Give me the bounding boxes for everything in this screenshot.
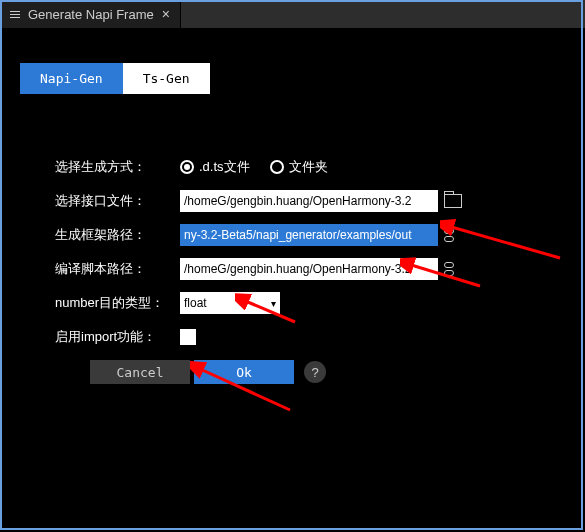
frame-path-input[interactable]: ny-3.2-Beta5/napi_generator/examples/out xyxy=(180,224,438,246)
tab-title: Generate Napi Frame xyxy=(28,7,154,22)
radio-label: 文件夹 xyxy=(289,158,328,176)
label-interface-file: 选择接口文件： xyxy=(55,192,180,210)
radio-group-gen-mode: .d.ts文件 文件夹 xyxy=(180,158,328,176)
label-gen-mode: 选择生成方式： xyxy=(55,158,180,176)
select-value: float xyxy=(184,296,207,310)
menu-icon xyxy=(10,11,20,18)
form: 选择生成方式： .d.ts文件 文件夹 选择接口文件： /homeG/gengb… xyxy=(55,154,585,384)
enable-import-checkbox[interactable] xyxy=(180,329,196,345)
radio-icon xyxy=(180,160,194,174)
folder-icon[interactable] xyxy=(444,194,462,208)
script-path-input[interactable]: /homeG/gengbin.huang/OpenHarmony-3.2 xyxy=(180,258,438,280)
radio-folder[interactable]: 文件夹 xyxy=(270,158,328,176)
link-icon[interactable] xyxy=(444,262,454,276)
number-type-select[interactable]: float ▾ xyxy=(180,292,280,314)
tab-bar: Generate Napi Frame × xyxy=(0,0,585,28)
tab-napi-gen[interactable]: Napi-Gen xyxy=(20,63,123,94)
chevron-down-icon: ▾ xyxy=(271,298,276,309)
help-button[interactable]: ? xyxy=(304,361,326,383)
mode-tabs: Napi-Gen Ts-Gen xyxy=(20,63,585,94)
close-icon[interactable]: × xyxy=(162,6,170,22)
ok-button[interactable]: Ok xyxy=(194,360,294,384)
label-enable-import: 启用import功能： xyxy=(55,328,180,346)
radio-dts-file[interactable]: .d.ts文件 xyxy=(180,158,250,176)
label-frame-path: 生成框架路径： xyxy=(55,226,180,244)
window-tab[interactable]: Generate Napi Frame × xyxy=(0,0,181,28)
radio-label: .d.ts文件 xyxy=(199,158,250,176)
tab-ts-gen[interactable]: Ts-Gen xyxy=(123,63,210,94)
label-number-type: number目的类型： xyxy=(55,294,180,312)
interface-file-input[interactable]: /homeG/gengbin.huang/OpenHarmony-3.2 xyxy=(180,190,438,212)
label-script-path: 编译脚本路径： xyxy=(55,260,180,278)
link-icon[interactable] xyxy=(444,228,454,242)
radio-icon xyxy=(270,160,284,174)
cancel-button[interactable]: Cancel xyxy=(90,360,190,384)
